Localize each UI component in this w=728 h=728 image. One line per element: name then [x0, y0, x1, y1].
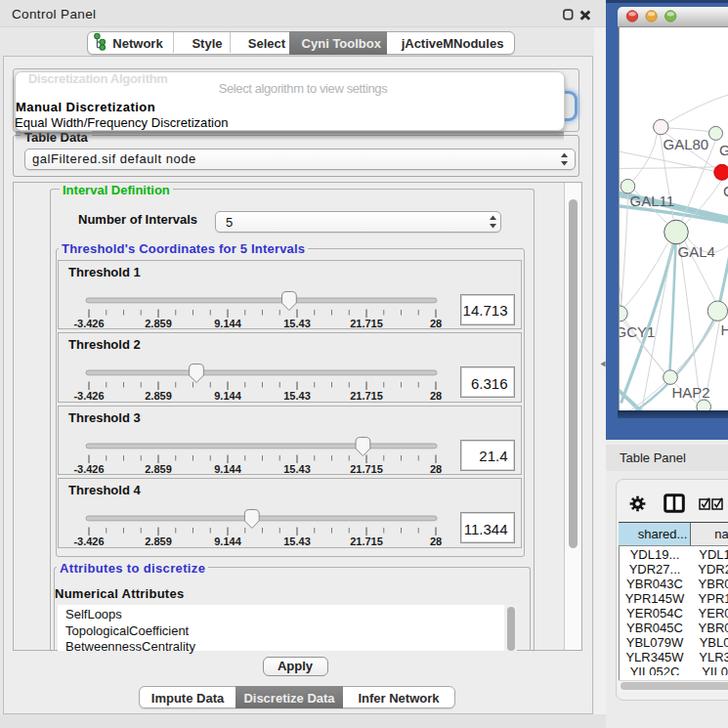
svg-text:21.715: 21.715: [350, 390, 383, 402]
svg-text:9.144: 9.144: [214, 535, 241, 547]
svg-text:-3.426: -3.426: [73, 317, 104, 328]
svg-text:15.43: 15.43: [283, 390, 311, 402]
svg-text:9.144: 9.144: [214, 462, 241, 474]
svg-text:15.43: 15.43: [283, 317, 311, 328]
svg-text:HAP2: HAP2: [671, 384, 709, 401]
svg-text:GAL80: GAL80: [663, 136, 708, 152]
svg-text:2.859: 2.859: [145, 317, 172, 328]
svg-text:C: C: [723, 182, 728, 198]
svg-text:HI: HI: [720, 321, 728, 337]
svg-text:15.43: 15.43: [283, 462, 311, 474]
svg-text:GAL4: GAL4: [677, 243, 714, 260]
svg-text:GAL2: GAL2: [719, 142, 728, 158]
svg-text:2.859: 2.859: [145, 462, 172, 474]
svg-text:21.715: 21.715: [350, 462, 383, 474]
svg-text:28: 28: [430, 535, 442, 547]
svg-text:9.144: 9.144: [214, 390, 241, 402]
svg-text:GCY1: GCY1: [619, 323, 655, 340]
svg-text:9.144: 9.144: [214, 317, 241, 328]
svg-text:-3.426: -3.426: [73, 390, 104, 402]
svg-text:2.859: 2.859: [145, 390, 172, 402]
svg-text:15.43: 15.43: [283, 535, 311, 547]
svg-text:-3.426: -3.426: [73, 535, 104, 547]
svg-text:28: 28: [430, 317, 442, 328]
svg-text:28: 28: [430, 390, 442, 402]
svg-text:-3.426: -3.426: [73, 462, 104, 474]
svg-text:28: 28: [430, 462, 442, 474]
svg-text:21.715: 21.715: [350, 317, 383, 328]
svg-text:2.859: 2.859: [145, 535, 172, 547]
svg-text:21.715: 21.715: [350, 535, 383, 547]
svg-text:GAL11: GAL11: [629, 193, 674, 209]
